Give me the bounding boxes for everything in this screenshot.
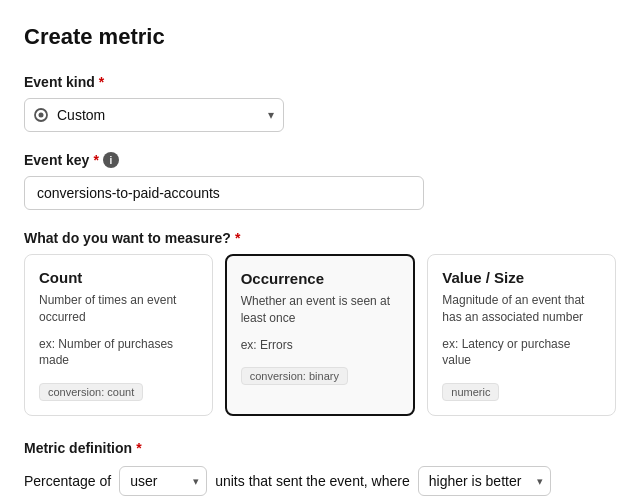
metric-def-label: Metric definition * xyxy=(24,440,616,456)
page-title: Create metric xyxy=(24,24,616,50)
metric-def-row: Percentage of user session event ▾ units… xyxy=(24,466,616,496)
event-kind-required: * xyxy=(99,74,104,90)
event-kind-dropdown-wrapper: Custom Pageview Click ▾ xyxy=(24,98,284,132)
occurrence-card-title: Occurrence xyxy=(241,270,400,287)
value-size-card[interactable]: Value / Size Magnitude of an event that … xyxy=(427,254,616,416)
measure-label: What do you want to measure? * xyxy=(24,230,616,246)
value-size-card-desc: Magnitude of an event that has an associ… xyxy=(442,292,601,326)
count-card-tag: conversion: count xyxy=(39,383,143,401)
prefix-text: Percentage of xyxy=(24,473,111,489)
measure-required: * xyxy=(235,230,240,246)
occurrence-card[interactable]: Occurrence Whether an event is seen at l… xyxy=(225,254,416,416)
occurrence-card-desc: Whether an event is seen at least once xyxy=(241,293,400,327)
middle-text: units that sent the event, where xyxy=(215,473,410,489)
event-kind-select[interactable]: Custom Pageview Click xyxy=(24,98,284,132)
value-size-card-tag: numeric xyxy=(442,383,499,401)
event-key-required: * xyxy=(93,152,98,168)
event-key-info-icon[interactable]: i xyxy=(103,152,119,168)
event-kind-label: Event kind * xyxy=(24,74,616,90)
occurrence-card-example: ex: Errors xyxy=(241,337,400,354)
measure-cards: Count Number of times an event occurred … xyxy=(24,254,616,416)
direction-select[interactable]: higher is better lower is better xyxy=(418,466,551,496)
count-card[interactable]: Count Number of times an event occurred … xyxy=(24,254,213,416)
value-size-card-example: ex: Latency or purchase value xyxy=(442,336,601,370)
unit-select[interactable]: user session event xyxy=(119,466,207,496)
value-size-card-title: Value / Size xyxy=(442,269,601,286)
metric-definition-section: Metric definition * Percentage of user s… xyxy=(24,440,616,496)
count-card-example: ex: Number of purchases made xyxy=(39,336,198,370)
metric-def-required: * xyxy=(136,440,141,456)
count-card-title: Count xyxy=(39,269,198,286)
event-key-input[interactable] xyxy=(24,176,424,210)
occurrence-card-tag: conversion: binary xyxy=(241,367,348,385)
unit-dropdown-wrapper: user session event ▾ xyxy=(119,466,207,496)
direction-dropdown-wrapper: higher is better lower is better ▾ xyxy=(418,466,551,496)
count-card-desc: Number of times an event occurred xyxy=(39,292,198,326)
event-key-label: Event key * i xyxy=(24,152,616,168)
